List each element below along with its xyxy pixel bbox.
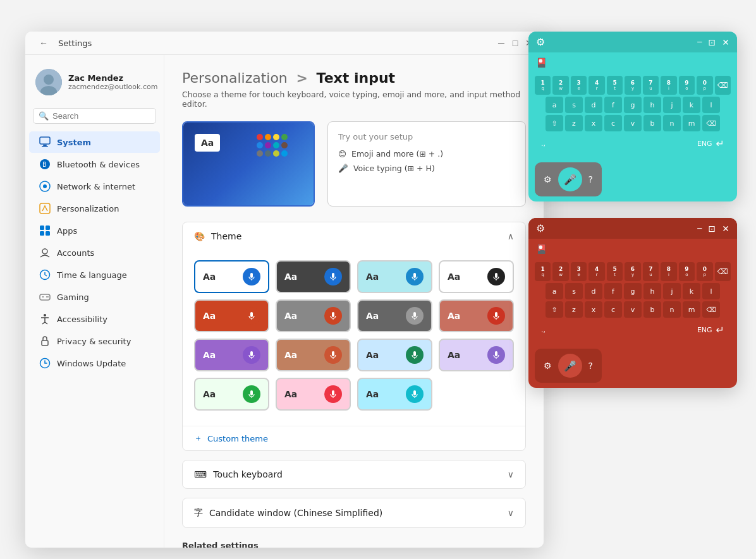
red-kb-minimize-icon[interactable]: ─ — [697, 224, 702, 233]
theme-item-3[interactable]: Aa — [357, 260, 432, 293]
sidebar-item-accessibility[interactable]: Accessibility — [29, 308, 160, 330]
teal-voice-settings-icon[interactable]: ⚙ — [544, 174, 552, 184]
teal-kb-close-icon[interactable]: ✕ — [722, 37, 729, 47]
kb-shift-key[interactable]: ⇧ — [546, 301, 563, 318]
kb-num-key[interactable]: 3e — [571, 76, 587, 95]
kb-num-key[interactable]: 2w — [552, 76, 568, 95]
minimize-button[interactable]: ─ — [497, 39, 506, 47]
kb-num-key[interactable]: 4r — [588, 76, 604, 95]
kb-backspace-key[interactable]: ⌫ — [715, 262, 731, 281]
kb-num-key[interactable]: 1q — [535, 76, 551, 95]
teal-kb-enter-icon[interactable]: ↵ — [716, 138, 724, 150]
kb-letter-key[interactable]: m — [683, 301, 700, 318]
kb-letter-key[interactable]: l — [702, 283, 720, 299]
kb-num-key[interactable]: 0p — [697, 76, 712, 95]
kb-letter-key[interactable]: a — [546, 97, 563, 113]
sidebar-item-update[interactable]: Windows Update — [29, 352, 160, 374]
theme-item-10[interactable]: Aa — [276, 339, 351, 371]
kb-letter-key[interactable]: d — [585, 97, 602, 113]
kb-letter-key[interactable]: z — [565, 301, 583, 318]
kb-letter-key[interactable]: v — [624, 115, 642, 131]
theme-item-15[interactable]: Aa — [357, 378, 432, 411]
theme-item-4[interactable]: Aa — [439, 260, 514, 293]
kb-num-key[interactable]: 4r — [588, 262, 604, 281]
red-kb-close-icon[interactable]: ✕ — [722, 224, 729, 234]
kb-letter-key[interactable]: z — [565, 115, 583, 131]
red-kb-eng[interactable]: ENG — [697, 326, 712, 334]
kb-num-key[interactable]: 9o — [679, 262, 695, 281]
kb-delete-key[interactable]: ⌫ — [702, 115, 720, 131]
kb-num-key[interactable]: 7u — [643, 76, 659, 95]
kb-num-key[interactable]: 0p — [697, 262, 712, 281]
kb-letter-key[interactable]: j — [663, 97, 681, 113]
kb-delete-key[interactable]: ⌫ — [702, 301, 720, 318]
red-kb-comma[interactable]: , — [544, 326, 546, 334]
kb-letter-key[interactable]: h — [643, 97, 661, 113]
kb-num-key[interactable]: 8i — [661, 262, 676, 281]
custom-theme-button[interactable]: ＋ Custom theme — [183, 426, 525, 450]
kb-num-key[interactable]: 5t — [607, 262, 623, 281]
theme-item-11[interactable]: Aa — [357, 339, 432, 371]
kb-letter-key[interactable]: l — [702, 97, 720, 113]
sidebar-item-personalization[interactable]: Personalization — [29, 198, 160, 219]
teal-kb-emoji-icon[interactable]: 🎴 — [536, 57, 547, 68]
kb-letter-key[interactable]: j — [663, 283, 681, 299]
red-kb-emoji-icon[interactable]: 🎴 — [536, 244, 547, 254]
teal-kb-minimize-icon[interactable]: ─ — [697, 38, 702, 47]
kb-letter-key[interactable]: f — [604, 283, 622, 299]
kb-num-key[interactable]: 6y — [625, 262, 640, 281]
teal-kb-eng[interactable]: ENG — [697, 140, 712, 148]
red-kb-enter-icon[interactable]: ↵ — [716, 324, 724, 336]
kb-letter-key[interactable]: a — [546, 283, 563, 299]
search-box[interactable]: 🔍 — [33, 108, 156, 124]
kb-letter-key[interactable]: k — [683, 283, 700, 299]
kb-letter-key[interactable]: m — [683, 115, 700, 131]
kb-letter-key[interactable]: v — [624, 301, 642, 318]
sidebar-item-network[interactable]: Network & internet — [29, 176, 160, 197]
theme-item-12[interactable]: Aa — [439, 339, 514, 371]
theme-item-1[interactable]: Aa — [194, 260, 269, 293]
kb-letter-key[interactable]: x — [585, 301, 602, 318]
back-button[interactable]: ← — [35, 37, 52, 49]
theme-item-9[interactable]: Aa — [194, 339, 269, 371]
kb-letter-key[interactable]: h — [643, 283, 661, 299]
kb-letter-key[interactable]: b — [643, 301, 661, 318]
sidebar-item-gaming[interactable]: Gaming — [29, 286, 160, 308]
kb-letter-key[interactable]: d — [585, 283, 602, 299]
search-input[interactable] — [52, 111, 150, 121]
theme-item-6[interactable]: Aa — [276, 299, 351, 332]
red-kb-settings-icon[interactable]: ⚙ — [536, 222, 545, 234]
kb-num-key[interactable]: 1q — [535, 262, 551, 281]
kb-num-key[interactable]: 3e — [571, 262, 587, 281]
kb-shift-key[interactable]: ⇧ — [546, 115, 563, 131]
kb-letter-key[interactable]: c — [604, 115, 622, 131]
kb-letter-key[interactable]: g — [624, 97, 642, 113]
kb-letter-key[interactable]: k — [683, 97, 700, 113]
sidebar-item-accounts[interactable]: Accounts — [29, 242, 160, 263]
kb-num-key[interactable]: 6y — [625, 76, 640, 95]
sidebar-item-time[interactable]: Time & language — [29, 264, 160, 286]
kb-letter-key[interactable]: c — [604, 301, 622, 318]
teal-kb-dock-icon[interactable]: ⊡ — [709, 37, 716, 47]
kb-letter-key[interactable]: x — [585, 115, 602, 131]
kb-num-key[interactable]: 8i — [661, 76, 676, 95]
kb-letter-key[interactable]: s — [565, 97, 583, 113]
maximize-button[interactable]: □ — [511, 39, 520, 47]
sidebar-item-privacy[interactable]: Privacy & security — [29, 330, 160, 352]
teal-voice-mic-button[interactable]: 🎤 — [558, 167, 582, 191]
red-voice-settings-icon[interactable]: ⚙ — [544, 361, 552, 371]
sidebar-item-apps[interactable]: Apps — [29, 220, 160, 241]
kb-letter-key[interactable]: b — [643, 115, 661, 131]
touch-keyboard-header[interactable]: ⌨️ Touch keyboard ∨ — [183, 460, 525, 488]
theme-item-8[interactable]: Aa — [439, 299, 514, 332]
sidebar-item-bluetooth[interactable]: B Bluetooth & devices — [29, 153, 160, 175]
kb-num-key[interactable]: 5t — [607, 76, 623, 95]
theme-item-14[interactable]: Aa — [276, 378, 351, 411]
theme-section-header[interactable]: 🎨 Theme ∧ — [183, 222, 525, 250]
teal-kb-settings-icon[interactable]: ⚙ — [536, 36, 545, 48]
kb-letter-key[interactable]: s — [565, 283, 583, 299]
theme-item-5[interactable]: Aa — [194, 299, 269, 332]
red-kb-dock-icon[interactable]: ⊡ — [709, 224, 716, 234]
kb-backspace-key[interactable]: ⌫ — [715, 76, 731, 95]
kb-letter-key[interactable]: n — [663, 301, 681, 318]
